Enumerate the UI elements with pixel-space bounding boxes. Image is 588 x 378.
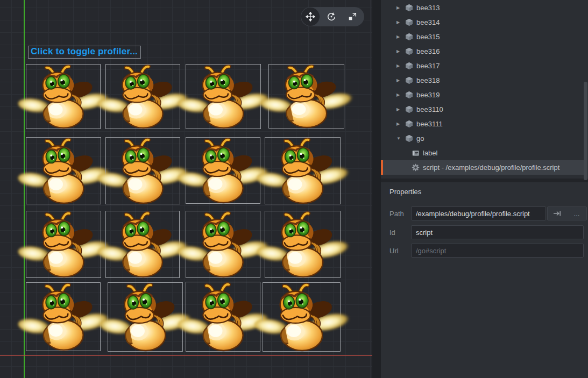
firefly-bee-sprite	[265, 138, 340, 204]
sprite-cell-8[interactable]	[265, 137, 341, 204]
outline-item-label: bee319	[416, 91, 440, 99]
expand-arrow-icon[interactable]: ▶	[396, 107, 405, 112]
panel-splitter[interactable]	[372, 0, 381, 378]
scale-tool-icon	[348, 12, 357, 22]
outline-item-label: bee317	[416, 62, 440, 70]
expand-arrow-icon[interactable]: ▶	[396, 78, 405, 83]
sprite-cell-13[interactable]	[26, 282, 101, 351]
outline-item-label: bee314	[416, 18, 440, 26]
sprite-cell-12[interactable]	[265, 211, 341, 278]
outline-item-go[interactable]: ▼ go	[381, 131, 584, 146]
firefly-bee-sprite	[186, 138, 260, 203]
outline-item-label: bee313	[416, 4, 440, 12]
game-object-cube-icon	[405, 4, 413, 12]
firefly-bee-sprite	[106, 211, 179, 277]
scene-toolbar	[301, 7, 364, 26]
game-object-cube-icon	[405, 134, 413, 142]
sprite-cell-1[interactable]	[26, 64, 101, 129]
sprite-cell-16[interactable]	[263, 282, 341, 352]
sprite-cell-9[interactable]	[26, 211, 101, 278]
property-row-path: Path ...	[389, 206, 587, 220]
expand-arrow-icon[interactable]: ▶	[396, 92, 405, 97]
outline-item-label: go	[416, 134, 424, 142]
game-object-cube-icon	[405, 47, 413, 55]
game-object-cube-icon	[405, 18, 413, 26]
firefly-bee-sprite	[263, 283, 340, 351]
scene-viewport[interactable]: Click to toggle profiler...	[0, 0, 372, 378]
sprite-cell-15[interactable]	[186, 282, 260, 352]
outline-item-bee3110[interactable]: ▶ bee3110	[381, 102, 584, 117]
firefly-bee-sprite	[186, 65, 260, 129]
sprite-cell-5[interactable]	[26, 137, 101, 204]
outline-item-bee315[interactable]: ▶ bee315	[381, 30, 584, 44]
sprite-cell-14[interactable]	[108, 282, 183, 352]
rotate-tool-button[interactable]	[321, 7, 342, 26]
firefly-bee-sprite	[26, 65, 100, 129]
firefly-bee-sprite	[106, 65, 180, 129]
outline-item-label[interactable]: label	[381, 146, 584, 160]
rotate-tool-icon	[327, 12, 336, 22]
outline-item-bee317[interactable]: ▶ bee317	[381, 59, 584, 73]
move-tool-icon	[306, 12, 315, 22]
id-label: Id	[389, 229, 411, 237]
sprite-cell-2[interactable]	[105, 64, 180, 129]
firefly-bee-sprite	[108, 283, 182, 351]
expand-arrow-icon[interactable]: ▶	[396, 63, 405, 68]
game-object-cube-icon	[405, 76, 413, 84]
outline-item-bee314[interactable]: ▶ bee314	[381, 15, 584, 30]
outline-item-label: label	[423, 149, 437, 157]
expand-arrow-icon[interactable]: ▶	[396, 5, 405, 10]
expand-arrow-icon[interactable]: ▶	[396, 20, 405, 25]
move-tool-button[interactable]	[301, 8, 320, 26]
outline-item-label: bee3110	[416, 105, 443, 113]
browse-resource-button[interactable]: ...	[569, 207, 585, 220]
jump-to-icon	[553, 210, 562, 217]
outline-item-bee319[interactable]: ▶ bee319	[381, 88, 584, 102]
firefly-bee-sprite	[26, 138, 101, 204]
outline-item-bee318[interactable]: ▶ bee318	[381, 73, 584, 88]
sprite-cell-7[interactable]	[186, 137, 260, 204]
path-label: Path	[389, 210, 411, 218]
properties-panel: Properties Path ... Id Url	[381, 182, 588, 378]
open-resource-button[interactable]	[549, 207, 565, 220]
outline-item-bee316[interactable]: ▶ bee316	[381, 44, 584, 59]
scale-tool-button[interactable]	[342, 7, 363, 26]
outline-properties-divider	[381, 179, 588, 182]
firefly-bee-sprite	[265, 211, 340, 277]
game-object-cube-icon	[405, 120, 413, 128]
outline-item-bee313[interactable]: ▶ bee313	[381, 1, 584, 15]
expand-arrow-icon[interactable]: ▶	[396, 49, 405, 54]
outline-item-label: bee3111	[416, 120, 443, 128]
sprite-cell-6[interactable]	[105, 137, 180, 204]
expand-arrow-icon[interactable]: ▼	[396, 136, 405, 141]
game-object-cube-icon	[405, 33, 413, 41]
outline-item-label: bee318	[416, 76, 440, 84]
expand-arrow-icon[interactable]: ▶	[396, 34, 405, 39]
url-input[interactable]	[411, 244, 584, 258]
outline-panel: ▶ bee313 ▶ bee314 ▶ bee315 ▶ bee316 ▶ be…	[381, 0, 588, 179]
outline-scrollbar-thumb[interactable]	[584, 82, 587, 180]
url-label: Url	[389, 247, 411, 255]
firefly-bee-sprite	[26, 211, 101, 277]
firefly-bee-sprite	[106, 138, 180, 204]
outline-item-label: bee315	[416, 33, 440, 41]
sprite-cell-3[interactable]	[186, 64, 261, 129]
sprite-cell-10[interactable]	[105, 211, 180, 278]
sprite-cell-4[interactable]	[268, 64, 344, 129]
id-input[interactable]	[411, 225, 584, 239]
path-button-group: ...	[547, 206, 587, 220]
x-axis-line	[0, 355, 372, 356]
firefly-bee-sprite	[269, 65, 344, 128]
property-row-url: Url	[389, 244, 584, 258]
property-row-id: Id	[389, 225, 584, 239]
firefly-bee-sprite	[26, 283, 100, 351]
outline-item-bee3111[interactable]: ▶ bee3111	[381, 117, 584, 131]
game-object-cube-icon	[405, 91, 413, 99]
outline-item-label: script - /examples/debug/profile/profile…	[423, 163, 559, 172]
expand-arrow-icon[interactable]: ▶	[396, 122, 405, 126]
profiler-toggle-text[interactable]: Click to toggle profiler...	[28, 46, 141, 59]
sprite-cell-11[interactable]	[186, 211, 260, 278]
path-input[interactable]	[411, 206, 546, 220]
game-object-cube-icon	[405, 105, 413, 113]
outline-item-script[interactable]: script - /examples/debug/profile/profile…	[381, 160, 584, 175]
